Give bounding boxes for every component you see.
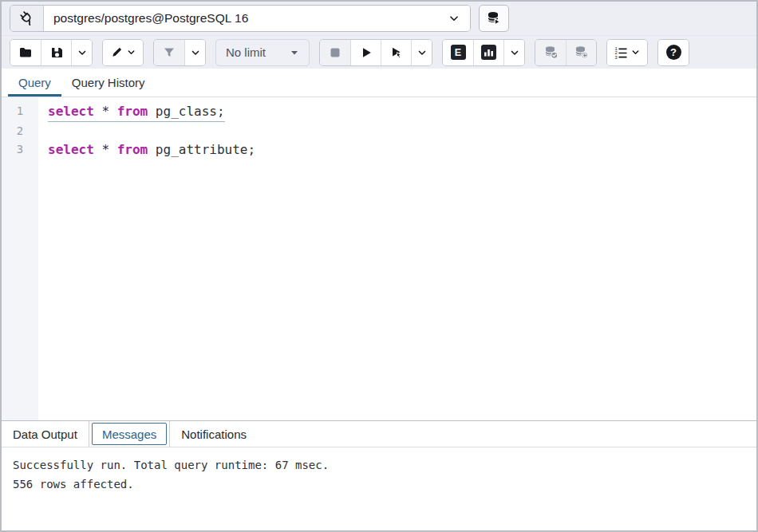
pencil-icon	[110, 45, 124, 59]
transaction-group	[535, 39, 597, 66]
edit-options-button[interactable]	[103, 40, 143, 65]
chevron-down-icon	[126, 47, 136, 57]
save-button[interactable]	[41, 40, 71, 65]
help-button[interactable]: ?	[658, 40, 689, 65]
commit-button[interactable]	[535, 40, 566, 65]
open-file-button[interactable]	[10, 40, 41, 65]
stop-square-icon	[328, 45, 342, 60]
explain-analyze-button[interactable]	[473, 40, 503, 65]
database-undo-icon	[574, 45, 589, 60]
help-group: ?	[657, 39, 689, 66]
editor-tab-bar: QueryQuery History	[2, 69, 756, 97]
dropdown-triangle-icon	[290, 48, 299, 57]
explain-button[interactable]: E	[443, 40, 473, 65]
new-connection-button[interactable]	[479, 5, 509, 32]
macros-button[interactable]: 1 2 3	[607, 40, 647, 65]
chevron-down-icon	[630, 47, 641, 57]
svg-text:3: 3	[615, 54, 618, 59]
file-group	[10, 39, 93, 66]
row-limit-select[interactable]: No limit	[215, 39, 310, 66]
sql-editor[interactable]: 1select * from pg_class;23select * from …	[2, 97, 756, 420]
save-options-button[interactable]	[71, 40, 92, 65]
connection-select-value: postgres/postgres@PostgreSQL 16	[53, 11, 248, 26]
chevron-down-icon	[509, 47, 520, 58]
bar-chart-glyph	[483, 46, 495, 58]
explain-group: E	[442, 39, 525, 66]
play-icon	[359, 45, 373, 60]
chevron-down-icon	[190, 47, 201, 58]
filter-options-button[interactable]	[184, 40, 205, 65]
execute-query-button[interactable]	[350, 40, 381, 65]
message-line: 556 rows affected.	[13, 475, 745, 494]
chevron-down-icon	[448, 12, 460, 25]
plug-icon	[18, 10, 36, 27]
database-arrow-icon	[486, 10, 502, 26]
query-toolbar: No limit	[2, 35, 756, 69]
query-tool-window: postgres/postgres@PostgreSQL 16	[0, 0, 758, 532]
row-limit-value: No limit	[226, 45, 266, 59]
rollback-button[interactable]	[566, 40, 596, 65]
funnel-icon	[162, 45, 176, 60]
messages-panel: Successfully run. Total query runtime: 6…	[2, 447, 756, 530]
code-text: select * from pg_attribute;	[48, 140, 255, 160]
play-cursor-icon	[389, 45, 404, 60]
connection-select[interactable]: postgres/postgres@PostgreSQL 16	[44, 6, 470, 31]
folder-icon	[18, 45, 33, 60]
filter-group	[153, 39, 206, 66]
question-mark-icon: ?	[666, 45, 681, 60]
filter-button[interactable]	[154, 40, 184, 65]
tab-separator	[89, 421, 89, 447]
connection-status	[10, 6, 44, 31]
line-number: 2	[2, 122, 38, 141]
code-line[interactable]: 3select * from pg_attribute;	[2, 140, 756, 160]
floppy-icon	[49, 45, 64, 60]
chevron-down-icon	[77, 47, 88, 58]
execute-group	[319, 39, 432, 66]
explain-badge-icon: E	[451, 45, 466, 60]
connection-bar: postgres/postgres@PostgreSQL 16	[2, 2, 756, 35]
tab-messages[interactable]: Messages	[92, 423, 167, 445]
message-line: Successfully run. Total query runtime: 6…	[13, 455, 745, 475]
tab-query[interactable]: Query	[8, 69, 61, 97]
code-line[interactable]: 1select * from pg_class;	[2, 102, 756, 122]
explain-options-button[interactable]	[503, 40, 524, 65]
line-number: 3	[2, 140, 38, 160]
database-check-icon	[543, 45, 559, 60]
execute-script-button[interactable]	[381, 40, 411, 65]
code-line[interactable]: 2	[2, 122, 756, 141]
tab-data-output[interactable]: Data Output	[2, 421, 89, 447]
numbered-list-icon: 1 2 3	[614, 45, 628, 60]
edit-group	[102, 39, 144, 66]
macro-group: 1 2 3	[606, 39, 648, 66]
editor-lines: 1select * from pg_class;23select * from …	[2, 102, 756, 160]
connection-group: postgres/postgres@PostgreSQL 16	[10, 5, 471, 32]
chevron-down-icon	[417, 47, 428, 58]
tab-query-history[interactable]: Query History	[61, 69, 156, 97]
line-number: 1	[2, 102, 38, 121]
execute-options-button[interactable]	[411, 40, 432, 65]
tab-notifications[interactable]: Notifications	[170, 421, 258, 447]
cancel-query-button[interactable]	[320, 40, 350, 65]
bar-chart-icon	[481, 45, 496, 60]
output-tab-bar: Data OutputMessagesNotifications	[2, 420, 756, 447]
code-text: select * from pg_class;	[48, 102, 225, 122]
